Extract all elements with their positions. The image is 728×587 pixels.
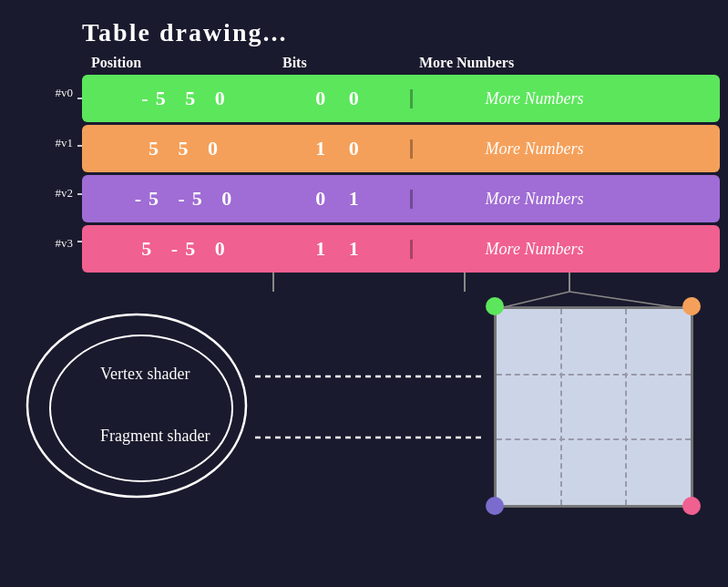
cell-more-3: More Numbers <box>410 190 656 209</box>
cell-bits-2: 1 0 <box>273 137 410 160</box>
fragment-shader-label: Fragment shader <box>100 427 210 446</box>
cell-bits-3: 0 1 <box>273 187 410 211</box>
grid-v1 <box>560 309 562 505</box>
table-title: Table drawing... <box>82 18 720 47</box>
svg-point-7 <box>27 314 246 497</box>
grid-v2 <box>625 309 627 505</box>
data-row-3: -5 -5 0 0 1 More Numbers <box>82 175 720 222</box>
cell-position-1: -5 5 0 <box>82 87 273 110</box>
row-label-3: #v2 <box>9 186 73 201</box>
corner-dot-bottom-left <box>486 497 504 515</box>
row-label-1: #v0 <box>9 86 73 100</box>
row-wrapper-3: #v2 -5 -5 0 0 1 More Numbers <box>82 175 720 222</box>
row-label-2: #v1 <box>9 136 73 150</box>
corner-dot-top-left <box>486 297 504 315</box>
cell-position-3: -5 -5 0 <box>82 187 273 211</box>
quad-box <box>495 307 692 507</box>
header-position: Position <box>91 55 282 71</box>
row-wrapper-4: #v3 5 -5 0 1 1 More Numbers <box>82 225 720 273</box>
corner-dot-top-right <box>682 297 701 315</box>
cell-position-4: 5 -5 0 <box>82 237 273 261</box>
cell-more-4: More Numbers <box>410 240 656 259</box>
cell-more-1: More Numbers <box>410 89 656 108</box>
table-section: Table drawing... Position Bits More Numb… <box>82 18 720 275</box>
header-bits: Bits <box>282 55 419 71</box>
vertex-shader-label: Vertex shader <box>100 365 190 384</box>
cell-more-2: More Numbers <box>410 139 656 159</box>
data-row-1: -5 5 0 0 0 More Numbers <box>82 75 720 122</box>
svg-point-8 <box>50 335 232 481</box>
grid-h1 <box>497 374 691 376</box>
table-headers: Position Bits More Numbers <box>82 55 720 71</box>
main-container: Table drawing... Position Bits More Numb… <box>0 0 728 587</box>
cell-position-2: 5 5 0 <box>82 137 273 160</box>
header-more: More Numbers <box>419 55 665 71</box>
data-row-2: 5 5 0 1 0 More Numbers <box>82 125 720 172</box>
cell-bits-4: 1 1 <box>273 237 410 261</box>
row-wrapper-2: #v1 5 5 0 1 0 More Numbers <box>82 125 720 172</box>
corner-dot-bottom-right <box>682 497 701 515</box>
data-row-4: 5 -5 0 1 1 More Numbers <box>82 225 720 273</box>
row-wrapper-1: #v0 -5 5 0 0 0 More Numbers <box>82 75 720 122</box>
row-label-4: #v3 <box>9 236 73 251</box>
cell-bits-1: 0 0 <box>273 87 410 110</box>
grid-h2 <box>497 438 691 440</box>
